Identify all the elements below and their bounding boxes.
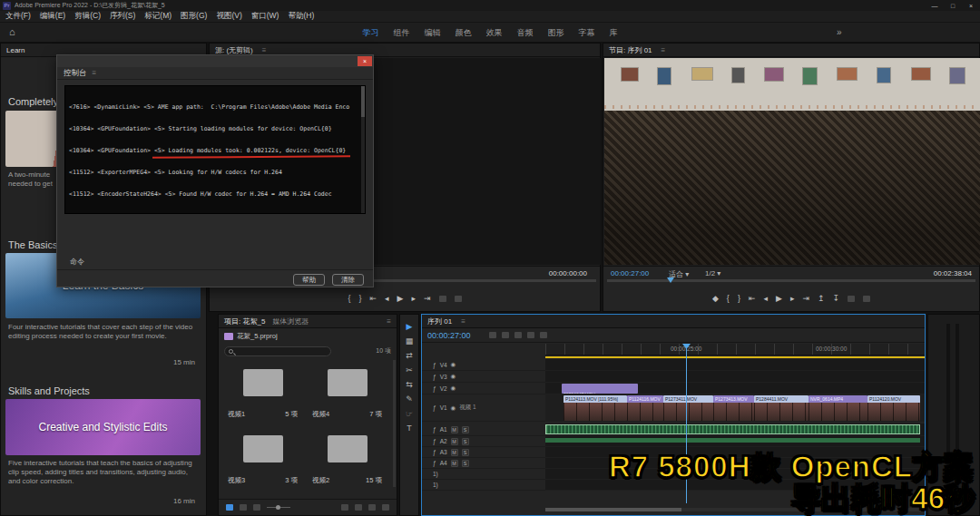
type-tool-icon[interactable]: T (407, 424, 412, 433)
project-panel-menu-icon[interactable]: ≡ (387, 317, 391, 326)
source-mark-in-icon[interactable]: { (348, 294, 350, 303)
track-select-tool-icon[interactable]: ▦ (406, 336, 414, 346)
timeline-clip[interactable]: P1124120.MOV (867, 395, 920, 421)
media-browser-tab[interactable]: 媒体浏览器 (272, 316, 309, 326)
menu-view[interactable]: 视图(V) (216, 11, 241, 22)
console-title-bar[interactable]: × (57, 55, 373, 67)
console-scrollbar[interactable] (361, 86, 365, 213)
mute-button[interactable]: M (451, 460, 458, 467)
console-clear-button[interactable]: 清除 (332, 274, 364, 286)
solo-button[interactable]: S (462, 438, 469, 445)
menu-file[interactable]: 文件(F) (5, 11, 31, 22)
timeline-ruler[interactable]: 00:00:25:00 00:00:30:00 (545, 344, 925, 355)
console-help-button[interactable]: 帮助 (293, 274, 325, 286)
ripple-edit-tool-icon[interactable]: ⇄ (406, 351, 413, 360)
close-button[interactable]: × (962, 0, 980, 11)
lift-icon[interactable]: ↥ (818, 294, 825, 303)
hand-tool-icon[interactable]: ☞ (406, 409, 413, 418)
project-panel-tab[interactable]: 项目: 花絮_5 (224, 316, 265, 326)
track-header-a3[interactable]: ƒ A3 M S (422, 447, 545, 458)
program-panel-menu-icon[interactable]: ≡ (662, 46, 666, 54)
menu-window[interactable]: 窗口(W) (251, 11, 279, 22)
program-monitor-tab[interactable]: 节目: 序列 01 (609, 45, 652, 55)
source-monitor-tab[interactable]: 源: (无剪辑) (215, 45, 253, 55)
add-marker-icon[interactable]: ◆ (712, 294, 719, 303)
nest-toggle-icon[interactable] (489, 332, 496, 338)
track-header-submix-1[interactable]: 1) (422, 469, 545, 480)
comparison-view-icon[interactable] (863, 296, 870, 302)
audio-clip-a1[interactable] (545, 424, 920, 434)
track-lane-a2[interactable] (545, 436, 925, 447)
track-lane-a1[interactable] (545, 424, 925, 436)
source-panel-menu-icon[interactable]: ≡ (262, 46, 267, 54)
snap-icon[interactable] (502, 332, 509, 338)
learn-panel-tab[interactable]: Learn (6, 46, 24, 54)
pen-tool-icon[interactable]: ✎ (406, 394, 413, 404)
program-play-icon[interactable]: ▶ (776, 294, 782, 303)
track-output-eye-icon[interactable]: ◉ (451, 404, 456, 412)
solo-button[interactable]: S (462, 449, 469, 456)
workspace-overflow-icon[interactable]: » (837, 27, 842, 37)
track-lane-v4[interactable] (545, 359, 925, 371)
workspace-tab-color[interactable]: 颜色 (456, 27, 472, 39)
source-play-icon[interactable]: ▶ (397, 294, 404, 303)
icon-view-icon[interactable] (253, 504, 260, 511)
bin-item[interactable]: 视频15 项 (220, 360, 305, 426)
new-item-icon[interactable] (355, 504, 362, 511)
track-lane-v1[interactable]: P1124113.MOV [111.95%] P1124116.MOV P127… (545, 394, 925, 422)
program-step-forward-icon[interactable]: ▸ (790, 294, 795, 303)
program-resolution-dropdown[interactable]: 1/2 ▾ (705, 269, 720, 277)
timeline-clip[interactable]: P1273413.MOV (713, 395, 754, 421)
menu-sequence[interactable]: 序列(S) (110, 11, 135, 22)
workspace-tab-graphics[interactable]: 图形 (548, 27, 564, 39)
minimize-button[interactable]: — (926, 0, 944, 11)
selection-tool-icon[interactable]: ▶ (407, 322, 413, 331)
menu-clip[interactable]: 剪辑(C) (74, 11, 101, 22)
workspace-tab-learning[interactable]: 学习 (363, 27, 379, 39)
source-insert-icon[interactable] (439, 296, 446, 302)
track-lane-v3[interactable] (545, 371, 925, 383)
new-bin-icon[interactable] (368, 504, 376, 511)
timeline-panel-menu-icon[interactable]: ≡ (461, 317, 466, 326)
workspace-tab-audio[interactable]: 音频 (517, 27, 534, 39)
source-mark-out-icon[interactable]: } (358, 294, 361, 303)
console-close-button[interactable]: × (358, 56, 372, 66)
workspace-tab-assembly[interactable]: 组件 (394, 27, 410, 39)
menu-graphics[interactable]: 图形(G) (181, 11, 207, 22)
track-header-a2[interactable]: ƒ A2 M S (422, 436, 545, 447)
workspace-tab-effects[interactable]: 效果 (486, 27, 503, 39)
project-search-input[interactable] (224, 346, 331, 356)
program-current-timecode[interactable]: 00:00:27:00 (611, 269, 649, 277)
add-marker-icon[interactable] (527, 332, 534, 338)
track-header-v2[interactable]: ƒ V2 ◉ (422, 383, 545, 394)
track-header-v3[interactable]: ƒ V3 ◉ (422, 371, 545, 383)
project-scrollbar[interactable] (393, 360, 396, 487)
audio-clip-a2[interactable] (545, 438, 920, 443)
extract-icon[interactable]: ↧ (833, 294, 840, 303)
workspace-tab-captions[interactable]: 字幕 (579, 27, 595, 39)
list-view-icon[interactable] (240, 504, 247, 511)
timeline-clip-v2[interactable]: 0122464T.MOV (562, 384, 638, 394)
bin-item[interactable]: 视频47 项 (305, 360, 389, 426)
program-go-to-out-icon[interactable]: ⇥ (802, 294, 809, 303)
learn-tutorial-thumbnail-3[interactable]: Creative and Stylistic Edits (5, 399, 201, 455)
project-file-name[interactable]: 花絮_5.prproj (237, 332, 278, 341)
timeline-clip[interactable]: NVR_0614.MP4 (808, 395, 867, 421)
console-panel-menu-icon[interactable]: ≡ (93, 69, 97, 77)
bin-item[interactable]: 视频33 项 (220, 426, 305, 492)
timeline-clip[interactable]: P1124113.MOV [111.95%] (564, 395, 627, 421)
menu-help[interactable]: 帮助(H) (288, 11, 314, 22)
linked-selection-icon[interactable] (514, 332, 522, 338)
track-header-a4[interactable]: ƒ A4 M S (422, 458, 545, 469)
track-output-eye-icon[interactable]: ◉ (451, 361, 456, 368)
solo-button[interactable]: S (462, 426, 469, 433)
timeline-sequence-tab[interactable]: 序列 01 (427, 316, 452, 326)
track-header-submix-2[interactable]: 1) (422, 480, 545, 491)
program-scrub-bar[interactable] (607, 279, 975, 282)
workspace-tab-libraries[interactable]: 库 (610, 27, 618, 39)
mute-button[interactable]: M (451, 426, 458, 433)
workspace-tab-editing[interactable]: 编辑 (425, 27, 441, 39)
program-mark-in-icon[interactable]: { (727, 294, 730, 303)
program-step-back-icon[interactable]: ◂ (763, 294, 768, 303)
razor-tool-icon[interactable]: ✂ (406, 365, 413, 375)
